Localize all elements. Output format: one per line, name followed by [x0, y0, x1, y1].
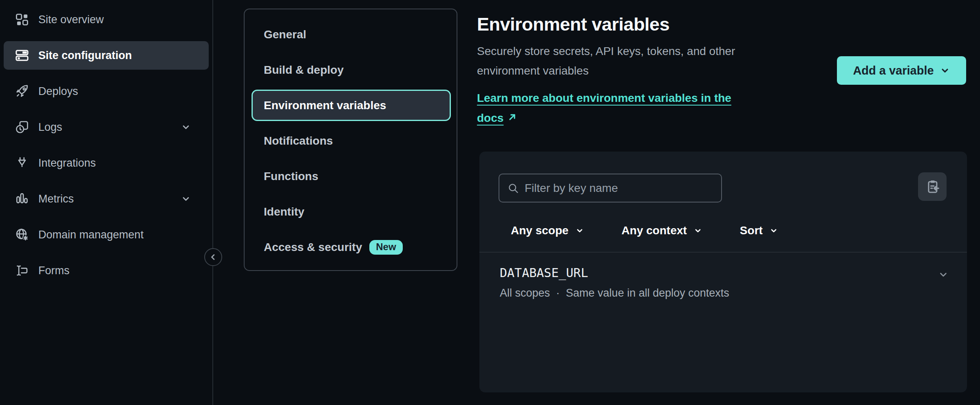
filter-search-box: [499, 174, 722, 202]
subnav-item-functions[interactable]: Functions: [245, 158, 457, 194]
domain-globe-icon: [15, 227, 29, 242]
sidebar-item-label: Site overview: [38, 13, 104, 26]
chevron-down-icon: [940, 65, 950, 76]
variable-meta-separator: ·: [556, 287, 560, 299]
arrow-up-right-icon: [507, 112, 518, 123]
subnav-item-label: Access & security: [264, 241, 362, 254]
sidebar-item-label: Metrics: [38, 193, 74, 205]
sidebar-item-site-configuration[interactable]: Site configuration: [4, 41, 209, 70]
sidebar-collapse-button[interactable]: [204, 248, 222, 266]
subnav-active-highlight: Environment variables: [252, 90, 451, 121]
sidebar: Site overview Site configuration Deploys: [0, 0, 213, 405]
sidebar-item-domain-management[interactable]: Domain management: [0, 220, 212, 249]
site-configuration-icon: [15, 48, 29, 63]
clipboard-import-icon: [925, 179, 940, 194]
chevron-down-icon: [769, 226, 778, 235]
environment-variables-panel: Any scope Any context Sort DATABASE_URL …: [479, 152, 967, 392]
sidebar-item-deploys[interactable]: Deploys: [0, 77, 212, 106]
subnav-item-label: Notifications: [264, 134, 333, 147]
docs-link-line1: Learn more about environment variables i…: [477, 92, 731, 104]
variable-meta: All scopes · Same value in all deploy co…: [500, 287, 729, 299]
filter-key-input[interactable]: [525, 174, 721, 202]
sidebar-item-label: Domain management: [38, 229, 143, 241]
variable-row-database-url[interactable]: DATABASE_URL All scopes · Same value in …: [479, 253, 967, 302]
new-badge: New: [369, 240, 402, 255]
add-variable-button[interactable]: Add a variable: [837, 56, 966, 85]
subnav-item-notifications[interactable]: Notifications: [245, 123, 457, 158]
docs-link[interactable]: Learn more about environment variables i…: [477, 88, 795, 128]
variable-contexts: Same value in all deploy contexts: [566, 287, 729, 299]
forms-icon: [15, 263, 29, 278]
sidebar-item-label: Deploys: [38, 85, 78, 98]
sidebar-item-integrations[interactable]: Integrations: [0, 149, 212, 177]
chevron-down-icon: [575, 226, 584, 235]
expand-variable-chevron-icon[interactable]: [938, 269, 949, 280]
variable-key: DATABASE_URL: [500, 266, 588, 280]
variable-scopes: All scopes: [500, 287, 550, 299]
chevron-down-icon: [693, 226, 702, 235]
sidebar-item-label: Integrations: [38, 157, 96, 169]
metrics-bars-icon: [15, 191, 29, 206]
sidebar-item-forms[interactable]: Forms: [0, 256, 212, 285]
subnav-item-build-deploy[interactable]: Build & deploy: [245, 52, 457, 88]
subnav-item-general[interactable]: General: [245, 17, 457, 52]
logs-icon: [15, 120, 29, 134]
scope-filter-label: Any scope: [511, 224, 569, 237]
sort-label: Sort: [740, 224, 763, 237]
chevron-down-icon: [181, 122, 191, 132]
sidebar-item-metrics[interactable]: Metrics: [0, 185, 212, 213]
page-title: Environment variables: [477, 14, 669, 35]
subnav-item-access-security[interactable]: Access & security New: [245, 229, 457, 265]
page-description: Securely store secrets, API keys, tokens…: [477, 42, 791, 81]
settings-subnav-card: General Build & deploy Environment varia…: [244, 9, 457, 271]
subnav-item-label: Functions: [264, 170, 318, 183]
import-env-vars-button[interactable]: [918, 172, 947, 201]
docs-link-line2: docs: [477, 112, 503, 124]
subnav-item-environment-variables[interactable]: Environment variables: [245, 88, 457, 123]
integrations-plug-icon: [15, 156, 29, 170]
search-icon: [508, 183, 519, 194]
sidebar-item-site-overview[interactable]: Site overview: [0, 5, 212, 34]
subnav-item-label: General: [264, 28, 306, 41]
sidebar-item-label: Site configuration: [38, 49, 132, 62]
chevron-left-icon: [208, 252, 218, 262]
sidebar-item-label: Forms: [38, 264, 70, 277]
scope-filter-dropdown[interactable]: Any scope: [511, 224, 584, 237]
chevron-down-icon: [181, 194, 191, 204]
sort-dropdown[interactable]: Sort: [740, 224, 778, 237]
subnav-item-identity[interactable]: Identity: [245, 194, 457, 229]
sidebar-item-label: Logs: [38, 121, 62, 134]
subnav-item-label: Identity: [264, 205, 305, 218]
sidebar-item-logs[interactable]: Logs: [0, 113, 212, 141]
filters-row: Any scope Any context Sort: [511, 224, 778, 237]
subnav-item-label: Environment variables: [264, 99, 386, 112]
add-variable-button-label: Add a variable: [853, 64, 934, 77]
deploys-rocket-icon: [15, 84, 29, 99]
context-filter-dropdown[interactable]: Any context: [622, 224, 702, 237]
context-filter-label: Any context: [622, 224, 687, 237]
subnav-item-label: Build & deploy: [264, 64, 344, 77]
site-overview-icon: [15, 12, 29, 27]
